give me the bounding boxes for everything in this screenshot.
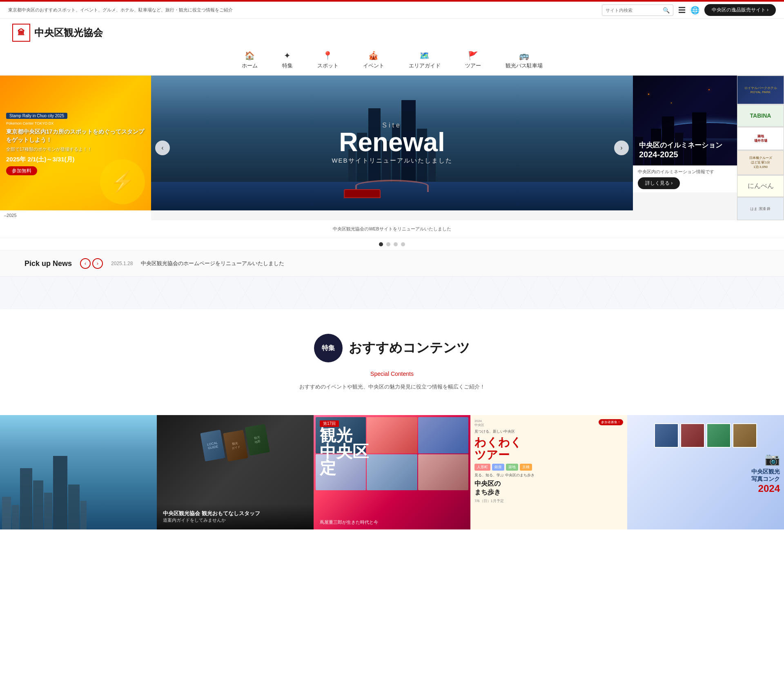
card-staff-desc: 道案内ガイドをしてみませんか	[163, 517, 307, 523]
ad-hamamatsu[interactable]: はま 濱漆 鋒	[737, 197, 784, 220]
featured-badge: 特集 おすすめコンテンツ	[314, 334, 470, 362]
menu-icon[interactable]: ☰	[678, 5, 686, 15]
top-bar-right: 🔍 ☰ 🌐 中央区の逸品販売サイト	[602, 4, 776, 16]
nav-label-tokushu: 特集	[282, 62, 293, 69]
news-prev-button[interactable]: ‹	[80, 258, 91, 269]
logo-icon: 🏛	[12, 24, 30, 42]
nav-item-tour[interactable]: 🚩 ツアー	[453, 47, 493, 75]
dot-1[interactable]	[379, 242, 383, 246]
banner-title: 東京都中央区内17カ所のスポットをめぐってスタンプをゲットしよう！	[6, 128, 145, 144]
captions-row: 中央区観光協会のWEBサイトをリニューアルいたしました	[0, 220, 784, 238]
pin-icon: 📍	[323, 51, 333, 60]
free-badge: 参加無料	[6, 166, 37, 175]
slider-prev-button[interactable]: ‹	[155, 141, 170, 155]
renewal-subtitle: WEBサイトリニューアルいたしました	[332, 157, 452, 165]
ad-royal-park[interactable]: ロイヤルパークホテルROYAL PARK	[737, 76, 784, 104]
event-icon: 🎪	[368, 51, 379, 60]
ad-tabina[interactable]: TABINA	[737, 105, 784, 127]
dot-3[interactable]	[394, 242, 398, 246]
news-navigation: ‹ ›	[80, 258, 103, 269]
nav-label-bus: 観光バス駐車場	[506, 62, 543, 69]
pokemon-banner-image: Stamp Rally in Chuo city 2025 Pokemon Ce…	[0, 76, 151, 210]
illumination-year: 2024-2025	[639, 150, 722, 159]
nav-label-spot: スポット	[317, 62, 339, 69]
nav-item-home[interactable]: 🏠 ホーム	[229, 47, 270, 75]
logo[interactable]: 🏛 中央区観光協会	[12, 24, 103, 42]
nav-label-area: エリアガイド	[409, 62, 441, 69]
flag-icon: 🚩	[468, 51, 478, 60]
slider-panel-left: Stamp Rally in Chuo city 2025 Pokemon Ce…	[0, 76, 151, 220]
navigation: 🏠 ホーム ✦ 特集 📍 スポット 🎪 イベント 🗺️ エリアガイド 🚩 ツアー…	[0, 47, 784, 76]
main-slider: Stamp Rally in Chuo city 2025 Pokemon Ce…	[0, 76, 784, 220]
card-walking[interactable]: 2024中央区 参加者募集！ 見つける、新しい中央区 わくわくツアー 人形町 銀…	[470, 415, 627, 538]
news-date: 2025.1.28	[111, 261, 133, 266]
search-button[interactable]: 🔍	[659, 7, 673, 13]
nav-label-home: ホーム	[242, 62, 258, 69]
shop-button[interactable]: 中央区の逸品販売サイト	[704, 4, 776, 16]
card-staff[interactable]: LOCALGUIDE 観光ガイド 観光地図 中央区観光協会 観光おもてなしスタッ…	[157, 415, 314, 538]
ad-nihon-cruise[interactable]: 日本橋クルーズほど近 駅1分1泊 3,050	[737, 150, 784, 175]
slider-next-button[interactable]: ›	[614, 141, 629, 155]
nav-item-area[interactable]: 🗺️ エリアガイド	[396, 47, 453, 75]
card-kanko[interactable]: 第17回 観光中央区定 蔦屋重三郎が生きた時代と今	[314, 415, 470, 538]
nav-item-spot[interactable]: 📍 スポット	[305, 47, 351, 75]
center-panel-caption: 中央区観光協会のWEBサイトをリニューアルいたしました	[151, 223, 633, 234]
left-caption: –2025	[0, 210, 151, 220]
card-staff-overlay: 中央区観光協会 観光おもてなしスタッフ 道案内ガイドをしてみませんか	[157, 504, 314, 529]
pokemon-center-badge: Pokemon Center TOKYO DX	[6, 121, 145, 125]
news-next-button[interactable]: ›	[92, 258, 103, 269]
top-bar: 東京都中央区のおすすめスポット、イベント、グルメ、ホテル、駐車場など、旅行・観光…	[0, 2, 784, 19]
card-city[interactable]	[0, 415, 157, 538]
ad-michi[interactable]: 築地場外市場	[737, 127, 784, 150]
stamp-rally-badge: Stamp Rally in Chuo city 2025	[6, 113, 67, 119]
cards-grid: LOCALGUIDE 観光ガイド 観光地図 中央区観光協会 観光おもてなしスタッ…	[0, 415, 784, 538]
featured-sub: Special Contents	[8, 371, 776, 377]
nav-item-bus[interactable]: 🚌 観光バス駐車場	[493, 47, 555, 75]
search-input[interactable]	[602, 8, 659, 13]
pickup-label: Pick up News	[24, 259, 72, 268]
banner-date: 2025年 2/1(土)～3/31(月)	[6, 156, 145, 163]
nav-items: 🏠 ホーム ✦ 特集 📍 スポット 🎪 イベント 🗺️ エリアガイド 🚩 ツアー…	[229, 47, 555, 75]
dot-4[interactable]	[401, 242, 405, 246]
renewal-text-overlay: Site Renewal WEBサイトリニューアルいたしました	[332, 122, 452, 165]
card-photo[interactable]: 📷 中央区観光写真コンク 2024	[627, 415, 784, 538]
pattern-divider	[0, 277, 784, 309]
card-city-text	[0, 529, 157, 538]
home-icon: 🏠	[245, 51, 255, 60]
card-staff-title: 中央区観光協会 観光おもてなしスタッフ	[163, 510, 307, 517]
slider-dots	[0, 238, 784, 250]
ads-column: ロイヤルパークホテルROYAL PARK TABINA 築地場外市場 日本橋クル…	[737, 76, 784, 220]
featured-section: 特集 おすすめコンテンツ Special Contents おすすめのイベントや…	[0, 309, 784, 415]
kanko-bottom: 蔦屋重三郎が生きた時代と今	[320, 519, 464, 525]
left-panel-caption	[0, 223, 151, 234]
star-icon: ✦	[284, 51, 291, 60]
kanko-main-text: 観光中央区定	[320, 427, 470, 476]
nav-label-event: イベント	[363, 62, 384, 69]
site-description: 東京都中央区のおすすめスポット、イベント、グルメ、ホテル、駐車場など、旅行・観光…	[8, 7, 233, 13]
slider-panel-center: Site Renewal WEBサイトリニューアルいたしました ‹ ›	[151, 76, 633, 220]
search-box[interactable]: 🔍	[602, 4, 673, 16]
dot-2[interactable]	[386, 242, 390, 246]
featured-desc: おすすめのイベントや観光、中央区の魅力発見に役立つ情報を幅広くご紹介！	[8, 383, 776, 391]
nav-label-tour: ツアー	[465, 62, 481, 69]
bus-icon: 🚌	[519, 51, 529, 60]
kanko-text: 第17回 観光中央区定	[320, 419, 470, 476]
featured-circle: 特集	[314, 334, 343, 362]
map-icon: 🗺️	[419, 51, 430, 60]
news-text[interactable]: 中央区観光協会のホームページをリニューアルいたしました	[141, 260, 284, 267]
logo-text: 中央区観光協会	[34, 26, 103, 39]
main-wrapper: Stamp Rally in Chuo city 2025 Pokemon Ce…	[0, 76, 784, 250]
illumination-more-button[interactable]: 詳しく見る	[638, 177, 680, 189]
nav-item-event[interactable]: 🎪 イベント	[351, 47, 396, 75]
right-panel-caption	[633, 223, 784, 234]
language-icon[interactable]: 🌐	[690, 6, 699, 15]
pickup-news-bar: Pick up News ‹ › 2025.1.28 中央区観光協会のホームペー…	[0, 250, 784, 277]
featured-title: おすすめコンテンツ	[349, 339, 470, 357]
nav-item-tokushu[interactable]: ✦ 特集	[270, 47, 305, 75]
banner-subtitle: 全部で17種類のポケモンが登場するよ！！	[6, 146, 145, 152]
renewal-main-title: Renewal	[332, 129, 452, 155]
illumination-text: 中央区のイルミネーション 2024-2025	[639, 141, 722, 159]
ad-ninben[interactable]: にんべん	[737, 175, 784, 197]
header: 🏛 中央区観光協会	[0, 19, 784, 47]
illumination-title: 中央区のイルミネーション	[639, 141, 722, 150]
